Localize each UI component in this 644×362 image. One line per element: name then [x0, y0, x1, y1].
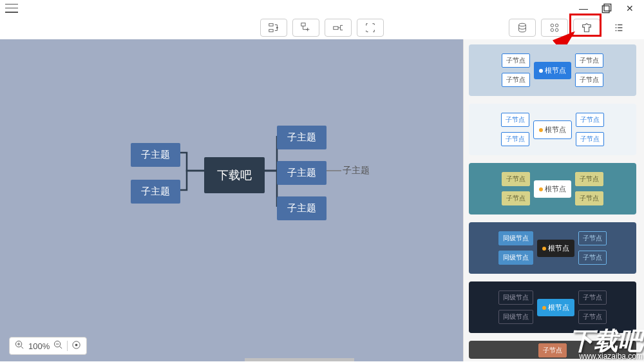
sub-node-left-0[interactable]: 子主题: [131, 143, 180, 167]
svg-point-15: [75, 344, 78, 347]
focus-button[interactable]: [357, 19, 384, 37]
storage-button[interactable]: [509, 19, 536, 37]
theme-root: 根节点: [533, 120, 572, 139]
sub-node-left-1[interactable]: 子主题: [131, 180, 180, 204]
zoom-level: 100%: [28, 341, 50, 351]
center-button[interactable]: [71, 340, 81, 352]
close-button[interactable]: ✕: [625, 3, 635, 14]
sub-node-right-1[interactable]: 子主题: [277, 161, 327, 185]
sub-node-right-2[interactable]: 子主题: [277, 196, 327, 220]
svg-point-11: [555, 28, 558, 32]
layout-button[interactable]: [325, 19, 352, 37]
insert-child-button[interactable]: [292, 19, 319, 37]
theme-card-5[interactable]: 同级节点同级节点 根节点 子节点子节点: [469, 281, 636, 333]
theme-mini: 同级节点: [498, 291, 533, 305]
theme-mini: 子节点: [575, 191, 603, 205]
sub-node-right-0[interactable]: 子主题: [277, 126, 327, 149]
theme-root: 根节点: [534, 62, 571, 79]
theme-mini: 子节点: [502, 191, 530, 205]
theme-mini: 子节点: [578, 251, 607, 265]
theme-mini: 同级节点: [498, 310, 533, 324]
root-node[interactable]: 下载吧: [204, 157, 265, 193]
svg-rect-1: [604, 4, 611, 11]
svg-rect-2: [269, 24, 273, 26]
svg-rect-3: [269, 30, 273, 32]
zoom-bar: 100%: [9, 337, 87, 355]
theme-mini: 子节点: [538, 343, 567, 357]
theme-mini: 子节点: [576, 113, 604, 127]
theme-root: 根节点: [534, 180, 571, 198]
theme-root: 根节点: [537, 299, 574, 316]
theme-card-4[interactable]: 同级节点同级节点 根节点 子节点子节点: [469, 222, 636, 274]
theme-mini: 子节点: [578, 231, 607, 245]
zoom-out-button[interactable]: [53, 340, 63, 352]
svg-rect-0: [602, 6, 609, 13]
theme-mini: 子节点: [502, 172, 530, 186]
theme-root: 根节点: [537, 240, 574, 257]
theme-button[interactable]: [573, 19, 600, 37]
horizontal-scrollbar[interactable]: [245, 358, 354, 361]
svg-rect-5: [301, 23, 305, 26]
theme-mini: 子节点: [501, 132, 529, 146]
theme-card-2[interactable]: 子节点子节点 根节点 子节点子节点: [469, 104, 636, 155]
svg-point-7: [519, 23, 526, 26]
svg-point-4: [276, 27, 278, 29]
theme-mini: 子节点: [575, 73, 603, 87]
theme-mini: 子节点: [502, 53, 530, 68]
theme-card-1[interactable]: 子节点子节点 根节点 子节点子节点: [469, 44, 636, 96]
theme-card-6[interactable]: 子节点: [469, 341, 636, 359]
theme-card-3[interactable]: 子节点子节点 根节点 子节点子节点: [469, 163, 636, 214]
separator: [67, 341, 68, 351]
theme-mini: 子节点: [502, 73, 530, 87]
theme-mini: 子节点: [578, 310, 607, 324]
maximize-button[interactable]: [601, 3, 612, 14]
grid-button[interactable]: [541, 19, 568, 37]
theme-mini: 同级节点: [498, 251, 533, 265]
zoom-in-button[interactable]: [15, 340, 24, 352]
outline-button[interactable]: [605, 19, 632, 37]
svg-point-10: [551, 28, 554, 32]
theme-sidebar[interactable]: 子节点子节点 根节点 子节点子节点 子节点子节点 根节点 子节点子节点 子节点子…: [464, 39, 644, 361]
theme-mini: 同级节点: [498, 231, 533, 245]
svg-point-9: [555, 24, 558, 27]
theme-mini: 子节点: [576, 132, 604, 146]
theme-mini: 子节点: [575, 53, 603, 68]
menu-button[interactable]: [5, 4, 18, 13]
svg-point-8: [551, 24, 554, 27]
minimize-button[interactable]: —: [578, 3, 589, 14]
theme-mini: 子节点: [575, 172, 603, 186]
mindmap-canvas[interactable]: 下载吧 子主题 子主题 子主题 子主题 子主题 子主题 100%: [0, 39, 464, 361]
svg-rect-6: [334, 26, 338, 30]
theme-mini: 子节点: [501, 113, 529, 127]
leaf-node[interactable]: 子主题: [343, 165, 370, 176]
insert-sibling-button[interactable]: [260, 19, 287, 37]
theme-mini: 子节点: [578, 291, 607, 305]
